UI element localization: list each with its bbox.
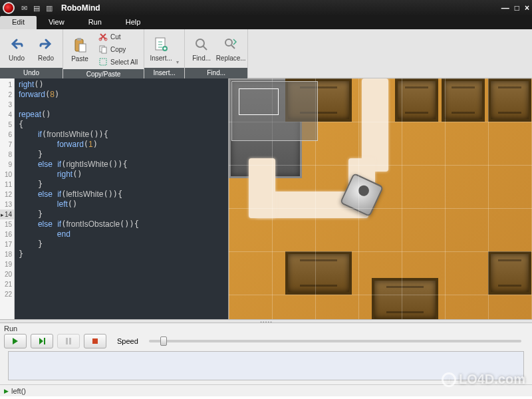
minimap[interactable] (231, 81, 318, 141)
menu-view[interactable]: View (37, 16, 76, 29)
status-text: left() (11, 387, 26, 395)
ribbon-group-undo: Undo Redo Undo (0, 29, 63, 78)
maximize-button[interactable]: □ (515, 3, 519, 13)
ribbon-group-copypaste: Paste Cut Copy Select All Copy/Paste (63, 29, 144, 78)
menu-edit[interactable]: Edit (0, 16, 37, 29)
svg-rect-7 (100, 59, 106, 65)
menu-help[interactable]: Help (114, 16, 153, 29)
workspace: 12345678910111213▸141516171819202122 rig… (0, 78, 532, 319)
code-area[interactable]: right() forward(8) repeat() { if(frontIs… (15, 78, 228, 319)
group-label-undo: Undo (0, 68, 63, 78)
cut-label: Cut (110, 33, 121, 41)
group-label-find: Find... (185, 68, 247, 78)
slider-thumb[interactable] (160, 336, 167, 346)
ribbon-group-find: Find... Replace... Find... (185, 29, 248, 78)
stop-button[interactable] (84, 334, 106, 348)
ribbon: Undo Redo Undo Paste Cut Copy (0, 29, 532, 78)
redo-label: Redo (38, 55, 54, 62)
select-all-label: Select All (110, 59, 138, 66)
redo-button[interactable]: Redo (32, 31, 60, 66)
app-logo-icon (3, 2, 15, 14)
line-gutter: 12345678910111213▸141516171819202122 (0, 78, 15, 319)
svg-point-11 (225, 39, 232, 46)
svg-rect-14 (69, 338, 71, 344)
cut-icon (98, 32, 108, 41)
speed-slider[interactable] (149, 340, 521, 342)
close-button[interactable]: × (525, 3, 529, 13)
paste-icon (71, 37, 88, 54)
find-label: Find... (192, 55, 211, 62)
pause-button[interactable] (57, 334, 80, 348)
svg-rect-1 (77, 38, 81, 41)
status-bar: ▶ left() (0, 384, 532, 396)
titlebar: ✉ ▤ ▥ RoboMind — □ × (0, 0, 532, 16)
redo-icon (37, 36, 55, 53)
folder-icon[interactable]: ▥ (44, 3, 55, 13)
status-play-icon: ▶ (4, 388, 9, 394)
ribbon-group-insert: Insert... ▾ Insert... (144, 29, 185, 78)
code-editor[interactable]: 12345678910111213▸141516171819202122 rig… (0, 78, 229, 319)
copy-button[interactable]: Copy (95, 43, 141, 55)
run-controls: Speed (4, 334, 528, 348)
svg-rect-2 (79, 44, 86, 52)
find-button[interactable]: Find... (188, 31, 215, 66)
app-title: RoboMind (61, 3, 100, 13)
insert-label: Insert... (150, 55, 172, 62)
paste-label: Paste (71, 55, 88, 63)
svg-rect-13 (66, 338, 68, 344)
cut-button[interactable]: Cut (95, 31, 141, 43)
run-panel: Run Speed (0, 323, 532, 384)
menu-run[interactable]: Run (76, 16, 114, 29)
undo-label: Undo (9, 55, 25, 62)
paste-button[interactable]: Paste (66, 31, 94, 67)
replace-icon (222, 36, 239, 53)
insert-button[interactable]: Insert... (147, 31, 175, 66)
output-area[interactable] (8, 351, 524, 380)
replace-label: Replace... (216, 55, 246, 62)
svg-rect-6 (102, 47, 106, 53)
select-all-button[interactable]: Select All (95, 56, 141, 68)
insert-dropdown-icon[interactable]: ▾ (176, 59, 182, 66)
copy-label: Copy (110, 46, 126, 53)
svg-rect-12 (44, 338, 45, 344)
undo-button[interactable]: Undo (3, 31, 31, 66)
menubar: Edit View Run Help (0, 16, 532, 29)
insert-icon (152, 36, 170, 53)
doc-icon[interactable]: ▤ (31, 3, 42, 13)
run-label: Run (4, 325, 528, 332)
minimap-viewport (239, 88, 279, 115)
svg-rect-15 (92, 338, 98, 344)
speed-label: Speed (117, 337, 138, 345)
world-view[interactable] (229, 78, 532, 319)
mail-icon[interactable]: ✉ (19, 3, 29, 13)
step-button[interactable] (31, 334, 53, 348)
select-all-icon (98, 57, 108, 66)
play-button[interactable] (4, 334, 27, 348)
replace-button[interactable]: Replace... (217, 31, 245, 66)
copy-icon (98, 45, 108, 54)
titlebar-quick-icons: ✉ ▤ ▥ (19, 3, 55, 13)
group-label-insert: Insert... (144, 68, 184, 78)
minimize-button[interactable]: — (501, 3, 509, 13)
undo-icon (8, 36, 25, 53)
find-icon (193, 36, 210, 53)
